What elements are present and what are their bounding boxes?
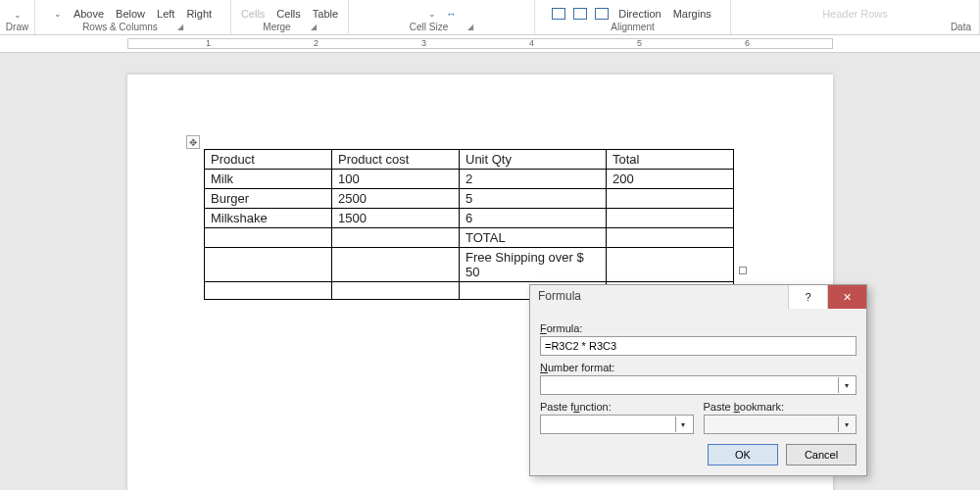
ruler-tick: 3 (421, 38, 426, 48)
insert-below-button[interactable]: Below (114, 8, 147, 20)
ribbon-group-rows-cols: Rows & Columns (82, 22, 158, 32)
table-resize-handle-icon[interactable] (739, 267, 747, 274)
ruler-tick: 2 (314, 38, 318, 48)
ruler-tick: 4 (529, 38, 534, 48)
table-row: Burger25005 (205, 189, 734, 209)
ribbon-group-cellsize: Cell Size (410, 22, 448, 32)
paste-bookmark-label: Paste bookmark: (704, 401, 858, 413)
insert-right-button[interactable]: Right (184, 8, 214, 20)
table-move-handle-icon[interactable]: ✥ (186, 135, 200, 149)
align-top-right-icon[interactable] (595, 8, 609, 20)
word-table[interactable]: Product Product cost Unit Qty Total Milk… (204, 149, 734, 300)
insert-left-button[interactable]: Left (155, 8, 176, 20)
number-format-label: Number format: (540, 362, 857, 373)
rows-cols-launcher-icon[interactable]: ◢ (177, 23, 183, 31)
ribbon: ⌄ Draw ⌄ Above Below Left Right Rows & C… (0, 0, 980, 35)
dialog-close-button[interactable]: ✕ (827, 285, 866, 309)
header-unit-qty[interactable]: Unit Qty (460, 150, 607, 170)
dialog-help-button[interactable]: ? (788, 285, 827, 309)
formula-label: Formula: (540, 322, 857, 334)
ribbon-group-draw: Draw (6, 22, 28, 32)
chevron-down-icon: ▾ (838, 416, 854, 432)
merge-launcher-icon[interactable]: ◢ (311, 23, 317, 31)
table-row: TOTAL (205, 228, 734, 248)
insert-dropdown[interactable]: ⌄ (52, 9, 64, 19)
ribbon-group-merge: Merge (263, 22, 290, 32)
dialog-titlebar[interactable]: Formula ? ✕ (530, 285, 866, 309)
autofit-dropdown[interactable]: ⌄ (426, 9, 438, 19)
chevron-down-icon: ▾ (838, 377, 854, 393)
insert-above-button[interactable]: Above (72, 8, 106, 20)
header-product-cost[interactable]: Product cost (332, 150, 460, 170)
split-table-button[interactable]: Table (311, 8, 340, 20)
header-rows-button[interactable]: Header Rows (820, 8, 890, 20)
table-row: Milk1002200 (205, 170, 734, 189)
paste-bookmark-select: ▾ (704, 415, 858, 434)
number-format-select[interactable]: ▾ (540, 375, 857, 395)
merge-cells-button[interactable]: Cells (239, 8, 267, 20)
table-row: Milkshake15006 (205, 209, 734, 228)
header-product[interactable]: Product (205, 150, 332, 170)
formula-dialog: Formula ? ✕ Formula: Number format: ▾ Pa… (529, 284, 867, 476)
table-row: Free Shipping over $ 50 (205, 248, 734, 282)
table-row: Product Product cost Unit Qty Total (205, 150, 734, 170)
ribbon-group-alignment: Alignment (611, 22, 654, 32)
draw-dropdown[interactable]: ⌄ (12, 10, 24, 20)
chevron-down-icon: ▾ (675, 416, 691, 432)
align-top-center-icon[interactable] (573, 8, 587, 20)
ok-button[interactable]: OK (708, 444, 778, 466)
text-direction-button[interactable]: Direction (616, 8, 662, 20)
cell-margins-button[interactable]: Margins (671, 8, 713, 20)
ruler-tick: 6 (745, 38, 750, 48)
cellsize-launcher-icon[interactable]: ◢ (467, 23, 473, 31)
paste-function-label: Paste function: (540, 401, 694, 413)
split-cells-button[interactable]: Cells (274, 8, 302, 20)
horizontal-ruler[interactable]: 1 2 3 4 5 6 (0, 35, 980, 53)
width-icon: ↔ (446, 8, 457, 20)
ribbon-group-data: Data (951, 22, 971, 32)
ruler-tick: 5 (637, 38, 642, 48)
align-top-left-icon[interactable] (552, 8, 565, 20)
dialog-title: Formula (530, 285, 788, 309)
ruler-tick: 1 (206, 38, 211, 48)
header-total[interactable]: Total (607, 150, 734, 170)
paste-function-select[interactable]: ▾ (540, 415, 694, 434)
cancel-button[interactable]: Cancel (786, 444, 857, 466)
formula-input[interactable] (540, 336, 857, 356)
close-icon: ✕ (843, 291, 852, 304)
